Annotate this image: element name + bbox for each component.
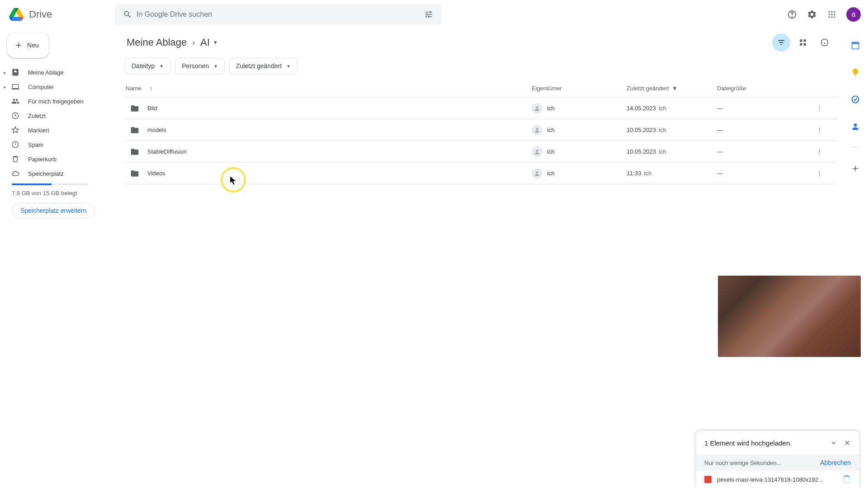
- sidebar-item-computers[interactable]: Computer: [0, 80, 112, 94]
- file-size: —: [717, 127, 812, 133]
- drive-logo-icon: [7, 5, 25, 23]
- sidebar-item-recent[interactable]: Zuletzt: [0, 108, 112, 123]
- col-header-name[interactable]: Name↑: [125, 85, 532, 92]
- upload-cancel-button[interactable]: Abbrechen: [820, 459, 851, 466]
- chevron-down-icon: ▼: [286, 64, 291, 69]
- modified-by: ich: [659, 127, 666, 133]
- svg-point-7: [834, 14, 835, 15]
- folder-icon: [130, 104, 139, 113]
- sidebar-item-trash[interactable]: Papierkorb: [0, 152, 112, 166]
- modified-by: ich: [644, 170, 652, 177]
- rail-add-icon[interactable]: [847, 160, 863, 177]
- chevron-down-icon: ▼: [159, 64, 164, 69]
- breadcrumb-root[interactable]: Meine Ablage: [125, 35, 189, 50]
- svg-rect-13: [800, 39, 802, 42]
- storage-text: 7,9 GB von 15 GB belegt: [12, 190, 107, 197]
- account-avatar[interactable]: a: [846, 7, 861, 22]
- upload-title: 1 Element wird hochgeladen.: [704, 439, 792, 447]
- file-name: models: [147, 127, 166, 133]
- sidebar-item-starred[interactable]: Markiert: [0, 123, 112, 137]
- file-name: Bild: [147, 105, 157, 112]
- col-header-owner[interactable]: Eigentümer: [532, 85, 627, 92]
- upload-toast: 1 Element wird hochgeladen. Nur noch wen…: [696, 431, 859, 488]
- rail-separator: [850, 147, 861, 148]
- more-actions-icon[interactable]: ⋮: [812, 123, 826, 137]
- chevron-down-icon: ▼: [212, 39, 218, 46]
- grid-view-button[interactable]: [794, 33, 812, 52]
- chevron-down-icon: ▼: [672, 85, 678, 92]
- search-tune-icon[interactable]: [420, 10, 438, 19]
- owner-name: ich: [547, 127, 555, 133]
- svg-point-6: [831, 14, 832, 15]
- rail-keep-icon[interactable]: [847, 64, 863, 80]
- filter-chip-type[interactable]: Dateityp▼: [125, 58, 170, 74]
- svg-point-2: [829, 11, 830, 13]
- modified-by: ich: [659, 105, 666, 112]
- col-header-size[interactable]: Dateigröße: [717, 85, 812, 92]
- more-actions-icon[interactable]: ⋮: [812, 101, 826, 116]
- sidebar-item-spam[interactable]: Spam: [0, 137, 112, 152]
- settings-icon[interactable]: [803, 5, 821, 23]
- rail-contacts-icon[interactable]: [847, 118, 863, 135]
- drive-logo-area[interactable]: Drive: [7, 5, 115, 23]
- chevron-right-icon: ›: [192, 38, 195, 47]
- svg-point-10: [834, 16, 835, 18]
- new-button[interactable]: + Neu: [7, 33, 49, 58]
- file-name: Videos: [147, 170, 165, 177]
- col-header-modified[interactable]: Zuletzt geändert▼: [627, 85, 717, 92]
- sidebar-item-shared[interactable]: Für mich freigegeben: [0, 94, 112, 108]
- upload-item[interactable]: pexels-maxi-leiva-13147618-1080x192...: [696, 471, 859, 488]
- search-box[interactable]: [115, 4, 441, 25]
- more-actions-icon[interactable]: ⋮: [812, 145, 826, 159]
- upload-close-icon[interactable]: [844, 439, 851, 446]
- svg-point-9: [831, 16, 832, 18]
- webcam-pip: [718, 276, 861, 357]
- svg-point-25: [854, 123, 857, 127]
- mydrive-icon: [11, 68, 20, 77]
- breadcrumb-current[interactable]: AI ▼: [198, 35, 220, 50]
- owner-avatar: [532, 125, 542, 136]
- table-row[interactable]: Bildich14.05.2023ich—⋮: [125, 98, 837, 119]
- svg-rect-16: [804, 43, 806, 46]
- star-icon: [11, 126, 20, 135]
- apps-icon[interactable]: [823, 5, 841, 23]
- table-row[interactable]: StableDiffusionich10.05.2023ich—⋮: [125, 141, 837, 163]
- table-row[interactable]: modelsich10.05.2023ich—⋮: [125, 119, 837, 141]
- svg-rect-14: [804, 39, 806, 42]
- svg-point-1: [792, 16, 793, 17]
- table-row[interactable]: Videosich11:33ich—⋮: [125, 163, 837, 184]
- svg-rect-23: [852, 42, 859, 44]
- svg-point-4: [834, 11, 835, 13]
- chevron-down-icon: ▼: [213, 64, 218, 69]
- search-input[interactable]: [137, 10, 420, 19]
- filter-toggle-button[interactable]: [772, 33, 790, 52]
- file-size: —: [717, 170, 812, 177]
- rail-calendar-icon[interactable]: [847, 37, 863, 53]
- filter-chip-modified[interactable]: Zuletzt geändert▼: [229, 58, 297, 74]
- owner-name: ich: [547, 105, 555, 112]
- rail-tasks-icon[interactable]: [847, 91, 863, 108]
- plus-icon: +: [15, 40, 22, 51]
- info-button[interactable]: [816, 33, 834, 52]
- svg-point-19: [536, 128, 538, 130]
- trash-icon: [11, 155, 20, 164]
- table-header: Name↑ Eigentümer Zuletzt geändert▼ Datei…: [125, 80, 837, 98]
- help-icon[interactable]: [783, 5, 801, 23]
- new-button-label: Neu: [27, 42, 39, 49]
- buy-storage-button[interactable]: Speicherplatz erweitern: [12, 203, 95, 218]
- filter-chip-people[interactable]: Personen▼: [175, 58, 225, 74]
- modified-by: ich: [659, 148, 666, 155]
- owner-name: ich: [547, 170, 555, 177]
- more-actions-icon[interactable]: ⋮: [812, 166, 826, 181]
- sidebar-item-mydrive[interactable]: Meine Ablage: [0, 65, 112, 80]
- folder-icon: [130, 169, 139, 178]
- svg-rect-15: [800, 43, 802, 46]
- svg-point-18: [536, 106, 538, 108]
- svg-point-8: [829, 16, 830, 18]
- svg-point-21: [536, 171, 538, 174]
- svg-point-5: [829, 14, 830, 15]
- sidebar-item-storage[interactable]: Speicherplatz: [0, 166, 112, 181]
- owner-avatar: [532, 146, 542, 157]
- shared-icon: [11, 97, 20, 106]
- upload-collapse-icon[interactable]: [830, 439, 837, 446]
